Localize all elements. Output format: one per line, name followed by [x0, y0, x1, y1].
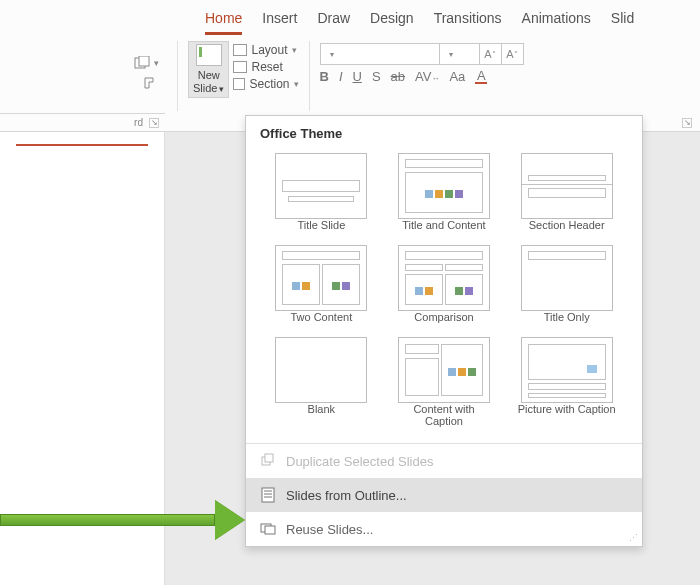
ribbon-left-fragment: ▾ rd ↘	[0, 0, 165, 132]
increase-font-button[interactable]: A˄	[480, 43, 502, 65]
format-painter-icon[interactable]	[143, 76, 159, 90]
tab-insert[interactable]: Insert	[262, 10, 297, 35]
layout-content-with-caption[interactable]: Content with Caption	[395, 337, 494, 427]
tab-transitions[interactable]: Transitions	[434, 10, 502, 35]
svg-rect-9	[265, 526, 275, 534]
reset-button[interactable]: Reset	[233, 60, 298, 74]
layout-button[interactable]: Layout ▾	[233, 43, 298, 57]
ribbon: Home Insert Draw Design Transitions Anim…	[165, 0, 700, 117]
layout-two-content[interactable]: Two Content	[272, 245, 371, 323]
italic-button[interactable]: I	[339, 69, 343, 84]
duplicate-icon	[260, 453, 276, 469]
tab-slideshow-truncated[interactable]: Slid	[611, 10, 634, 35]
outline-icon	[260, 487, 276, 503]
font-group: ▾ ▾ A˄ A˅ B I U S ab AV↔ Aa A	[320, 41, 524, 84]
tab-home[interactable]: Home	[205, 10, 242, 35]
decrease-font-button[interactable]: A˅	[502, 43, 524, 65]
change-case-button[interactable]: Aa	[449, 69, 465, 84]
shadow-button[interactable]: S	[372, 69, 381, 84]
svg-rect-4	[262, 488, 274, 502]
chevron-down-icon: ▾	[292, 45, 297, 55]
layout-icon	[233, 44, 247, 56]
section-label: Section	[249, 77, 289, 91]
layout-section-header[interactable]: Section Header	[517, 153, 616, 231]
clipboard-group-label-fragment: rd	[134, 117, 143, 128]
font-color-button[interactable]: A	[475, 69, 487, 84]
section-button[interactable]: Section ▾	[233, 77, 298, 91]
strikethrough-button[interactable]: ab	[391, 69, 405, 84]
chevron-down-icon: ▾	[219, 84, 224, 94]
menu-duplicate-selected-slides: Duplicate Selected Slides	[246, 444, 642, 478]
slide-thumbnail-panel	[0, 132, 165, 585]
layout-title-and-content[interactable]: Title and Content	[395, 153, 494, 231]
tab-design[interactable]: Design	[370, 10, 414, 35]
tab-animations[interactable]: Animations	[522, 10, 591, 35]
new-slide-label-2: Slide	[193, 82, 217, 94]
chevron-down-icon: ▾	[294, 79, 299, 89]
bold-button[interactable]: B	[320, 69, 329, 84]
new-slide-button[interactable]: New Slide▾	[188, 41, 229, 98]
font-size-field[interactable]: ▾	[440, 43, 480, 65]
svg-rect-1	[139, 56, 149, 66]
menu-reuse-slides[interactable]: Reuse Slides...	[246, 512, 642, 546]
menu-slides-from-outline[interactable]: Slides from Outline...	[246, 478, 642, 512]
layout-title-only[interactable]: Title Only	[517, 245, 616, 323]
reset-label: Reset	[251, 60, 282, 74]
slides-group: New Slide▾ Layout ▾ Reset Section ▾	[188, 41, 299, 98]
layout-picture-with-caption[interactable]: Picture with Caption	[517, 337, 616, 427]
slide-thumbnail-1[interactable]	[16, 144, 148, 158]
layout-comparison[interactable]: Comparison	[395, 245, 494, 323]
reuse-icon	[260, 521, 276, 537]
font-group-launcher[interactable]: ↘	[682, 118, 692, 128]
svg-rect-3	[265, 454, 273, 462]
tab-draw[interactable]: Draw	[317, 10, 350, 35]
new-slide-icon	[196, 44, 222, 66]
layout-label: Layout	[251, 43, 287, 57]
char-spacing-button[interactable]: AV↔	[415, 69, 439, 84]
font-family-field[interactable]: ▾	[320, 43, 440, 65]
paste-options-icon[interactable]: ▾	[134, 56, 159, 70]
layout-title-slide[interactable]: Title Slide	[272, 153, 371, 231]
dropdown-title: Office Theme	[246, 116, 642, 147]
underline-button[interactable]: U	[353, 69, 362, 84]
resize-grip-icon: ⋰	[629, 533, 638, 543]
layout-blank[interactable]: Blank	[272, 337, 371, 427]
ribbon-tabs: Home Insert Draw Design Transitions Anim…	[165, 0, 700, 35]
new-slide-dropdown: Office Theme Title Slide Title and Conte…	[245, 115, 643, 547]
section-icon	[233, 78, 245, 90]
new-slide-label-1: New	[198, 69, 220, 82]
reset-icon	[233, 61, 247, 73]
